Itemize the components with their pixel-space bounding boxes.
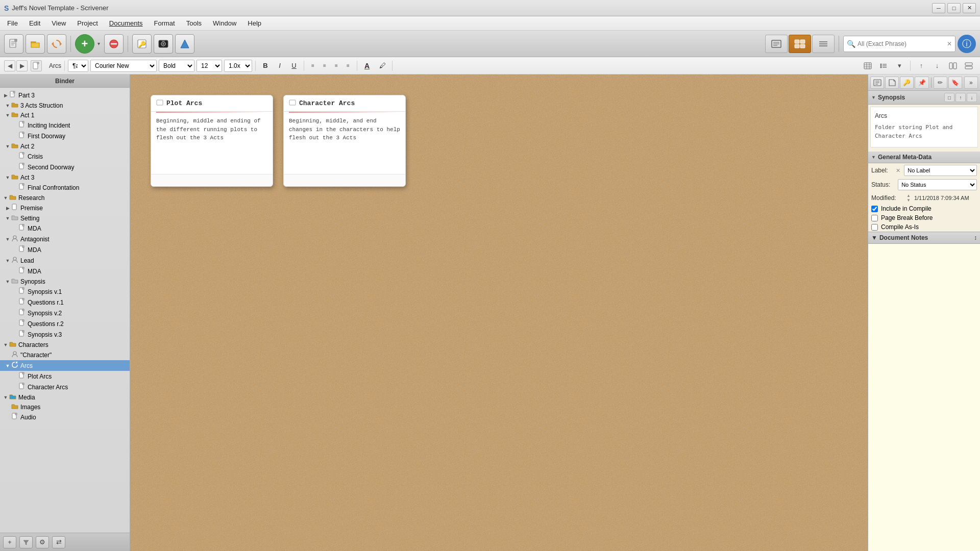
tree-item-mda3[interactable]: MDA — [0, 266, 130, 277]
binder-add-btn[interactable]: + — [3, 536, 16, 548]
new-doc-btn[interactable] — [4, 34, 23, 54]
tree-item-premise[interactable]: ▶Premise — [0, 203, 130, 213]
card-plot-arcs[interactable]: Plot ArcsBeginning, middle and ending of… — [151, 95, 273, 187]
search-bar[interactable]: 🔍 ✕ — [843, 36, 955, 52]
tree-item-syn2[interactable]: Synopsis v.2 — [0, 308, 130, 318]
notes-expand[interactable]: ↕ — [974, 234, 977, 241]
menu-documents[interactable]: Documents — [104, 17, 148, 29]
highlight-btn[interactable]: 🖊 — [376, 60, 389, 71]
user-button[interactable]: ⓘ — [958, 35, 976, 53]
compile-asis-checkbox[interactable] — [871, 224, 878, 231]
tree-item-media[interactable]: ▼Media — [0, 392, 130, 402]
align-right-btn[interactable]: ≡ — [331, 60, 342, 71]
rt-bookmark-btn[interactable]: 🔖 — [948, 77, 962, 89]
rt-expand-btn[interactable]: » — [964, 77, 978, 89]
tree-toggle-premise[interactable]: ▶ — [4, 206, 11, 211]
label-x[interactable]: ✕ — [896, 167, 900, 174]
more-btn[interactable]: ▾ — [892, 60, 906, 71]
keywords-btn[interactable]: 🔑 — [132, 34, 152, 54]
tree-toggle-synopsis[interactable]: ▼ — [4, 279, 11, 284]
tree-item-syn3[interactable]: Synopsis v.3 — [0, 329, 130, 340]
status-select[interactable]: No Status — [898, 179, 977, 190]
tree-item-q2[interactable]: Questions r.2 — [0, 318, 130, 329]
tree-toggle-arcs[interactable]: ▼ — [4, 363, 11, 368]
tree-toggle-3acts[interactable]: ▼ — [4, 103, 11, 108]
menu-tools[interactable]: Tools — [181, 17, 207, 29]
tree-toggle-research[interactable]: ▼ — [2, 195, 9, 201]
align-justify-btn[interactable]: ≡ — [342, 60, 354, 71]
menu-project[interactable]: Project — [72, 17, 103, 29]
tree-item-mda1[interactable]: MDA — [0, 223, 130, 234]
tree-item-setting[interactable]: ▼Setting — [0, 213, 130, 223]
binder-arrows-btn[interactable]: ⇄ — [52, 536, 65, 548]
tree-item-crisis[interactable]: Crisis — [0, 151, 130, 162]
font-size-select[interactable]: 12 — [197, 60, 222, 72]
font-name-select[interactable]: Courier New — [90, 60, 157, 72]
tree-item-antagonist[interactable]: ▼Antagonist — [0, 234, 130, 244]
tree-item-mda2[interactable]: MDA — [0, 244, 130, 255]
search-clear-icon[interactable]: ✕ — [947, 40, 952, 47]
binder-settings-btn[interactable]: ⚙ — [36, 536, 49, 548]
tree-item-plotarcs[interactable]: Plot Arcs — [0, 371, 130, 382]
synopsis-expand-btn[interactable]: □ — [944, 93, 954, 102]
menu-edit[interactable]: Edit — [24, 17, 45, 29]
tree-item-characters[interactable]: ▼Characters — [0, 340, 130, 349]
tree-toggle-characters[interactable]: ▼ — [2, 342, 9, 347]
font-weight-select[interactable]: Bold — [159, 60, 194, 72]
view-corkboard-btn[interactable] — [789, 35, 811, 53]
search-input[interactable] — [857, 40, 945, 47]
view-editor-btn[interactable] — [765, 35, 788, 53]
tree-toggle-act3[interactable]: ▼ — [4, 175, 11, 180]
align-center-btn[interactable]: ≡ — [319, 60, 330, 71]
tree-toggle-act2[interactable]: ▼ — [4, 144, 11, 149]
tree-toggle-media[interactable]: ▼ — [2, 395, 9, 400]
rt-notes-btn[interactable] — [885, 77, 899, 89]
tree-item-arcs[interactable]: ▼Arcs — [0, 360, 130, 371]
paragraph-style-select[interactable]: ¶a — [68, 60, 88, 72]
tree-item-act3[interactable]: ▼Act 3 — [0, 172, 130, 182]
titlebar-controls[interactable]: ─ □ ✕ — [932, 3, 976, 13]
rt-edit-btn[interactable]: ✏ — [934, 77, 947, 89]
bold-btn[interactable]: B — [259, 60, 272, 71]
synopsis-down-btn[interactable]: ↓ — [967, 93, 977, 102]
tree-toggle-part3[interactable]: ▶ — [2, 93, 9, 98]
tree-item-character[interactable]: "Character" — [0, 349, 130, 360]
menu-window[interactable]: Window — [208, 17, 241, 29]
synopsis-up-btn[interactable]: ↑ — [955, 93, 966, 102]
tree-item-synopsis[interactable]: ▼Synopsis — [0, 277, 130, 286]
tree-toggle-setting[interactable]: ▼ — [4, 216, 11, 221]
tree-item-3acts[interactable]: ▼3 Acts Struction — [0, 101, 130, 110]
corkboard-jump-btn[interactable] — [175, 34, 194, 54]
tree-item-audio[interactable]: Audio — [0, 412, 130, 422]
tree-item-act2[interactable]: ▼Act 2 — [0, 141, 130, 151]
add-button[interactable]: + — [75, 34, 94, 54]
italic-btn[interactable]: I — [273, 60, 286, 71]
add-btn-wrapper[interactable]: + ▾ — [75, 34, 102, 54]
tree-item-act1[interactable]: ▼Act 1 — [0, 110, 130, 120]
line-spacing-select[interactable]: 1.0x — [224, 60, 252, 72]
font-color-btn[interactable]: A — [360, 60, 374, 71]
binder-filter-btn[interactable] — [19, 536, 33, 548]
tree-item-firstdoor[interactable]: First Doorway — [0, 131, 130, 141]
rt-pin-btn[interactable]: 📌 — [915, 77, 928, 89]
menu-help[interactable]: Help — [242, 17, 266, 29]
down-arrow-btn[interactable]: ↓ — [930, 60, 944, 71]
table-btn[interactable] — [861, 60, 875, 71]
tree-item-chararcs[interactable]: Character Arcs — [0, 382, 130, 392]
card-character-arcs[interactable]: Character ArcsBeginning, middle, and end… — [283, 95, 406, 187]
align-left-btn[interactable]: ≡ — [307, 60, 318, 71]
rt-synopsis-btn[interactable] — [870, 77, 884, 89]
maximize-button[interactable]: □ — [947, 3, 961, 13]
nav-back-btn[interactable]: ◀ — [4, 60, 15, 71]
minimize-button[interactable]: ─ — [932, 3, 945, 13]
tree-toggle-lead[interactable]: ▼ — [4, 258, 11, 263]
tree-item-finalconf[interactable]: Final Confrontation — [0, 182, 130, 193]
underline-btn[interactable]: U — [287, 60, 301, 71]
up-arrow-btn[interactable]: ↑ — [914, 60, 928, 71]
page-break-checkbox[interactable] — [871, 215, 878, 221]
add-dropdown[interactable]: ▾ — [95, 34, 102, 54]
modified-arrows[interactable]: ▲▼ — [906, 193, 911, 203]
sync-btn[interactable] — [47, 34, 66, 54]
tree-item-lead[interactable]: ▼Lead — [0, 255, 130, 266]
tree-toggle-antagonist[interactable]: ▼ — [4, 237, 11, 242]
